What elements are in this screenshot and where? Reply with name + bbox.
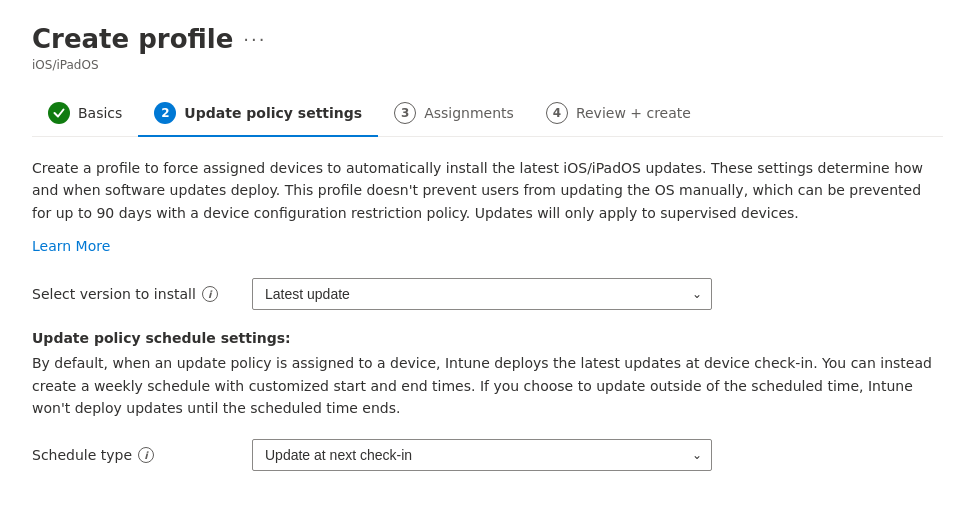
version-info-icon[interactable]: i xyxy=(202,286,218,302)
step-assignments-circle: 3 xyxy=(394,102,416,124)
learn-more-link[interactable]: Learn More xyxy=(32,238,110,254)
step-update-policy-label: Update policy settings xyxy=(184,105,362,121)
step-basics[interactable]: Basics xyxy=(32,92,138,136)
page-title: Create profile ··· xyxy=(32,24,266,54)
schedule-section-body: By default, when an update policy is ass… xyxy=(32,352,932,419)
step-update-policy[interactable]: 2 Update policy settings xyxy=(138,92,378,136)
step-review-create-label: Review + create xyxy=(576,105,691,121)
page-options-ellipsis[interactable]: ··· xyxy=(243,29,266,50)
schedule-type-label: Schedule type i xyxy=(32,447,252,463)
step-update-policy-circle: 2 xyxy=(154,102,176,124)
version-select[interactable]: Latest update iOS 17 iOS 16 iOS 15 xyxy=(252,278,712,310)
schedule-type-field-row: Schedule type i Update at next check-in … xyxy=(32,439,932,471)
step-review-create[interactable]: 4 Review + create xyxy=(530,92,707,136)
schedule-section-heading: Update policy schedule settings: xyxy=(32,330,943,346)
step-assignments[interactable]: 3 Assignments xyxy=(378,92,530,136)
schedule-type-select[interactable]: Update at next check-in Update during sc… xyxy=(252,439,712,471)
version-field-control: Latest update iOS 17 iOS 16 iOS 15 ⌄ xyxy=(252,278,712,310)
steps-bar: Basics 2 Update policy settings 3 Assign… xyxy=(32,92,943,137)
description-text: Create a profile to force assigned devic… xyxy=(32,157,932,224)
version-field-row: Select version to install i Latest updat… xyxy=(32,278,932,310)
step-review-create-circle: 4 xyxy=(546,102,568,124)
version-field-label: Select version to install i xyxy=(32,286,252,302)
schedule-type-info-icon[interactable]: i xyxy=(138,447,154,463)
step-basics-circle xyxy=(48,102,70,124)
schedule-type-control: Update at next check-in Update during sc… xyxy=(252,439,712,471)
page-subtitle: iOS/iPadOS xyxy=(32,58,943,72)
step-assignments-label: Assignments xyxy=(424,105,514,121)
step-basics-label: Basics xyxy=(78,105,122,121)
